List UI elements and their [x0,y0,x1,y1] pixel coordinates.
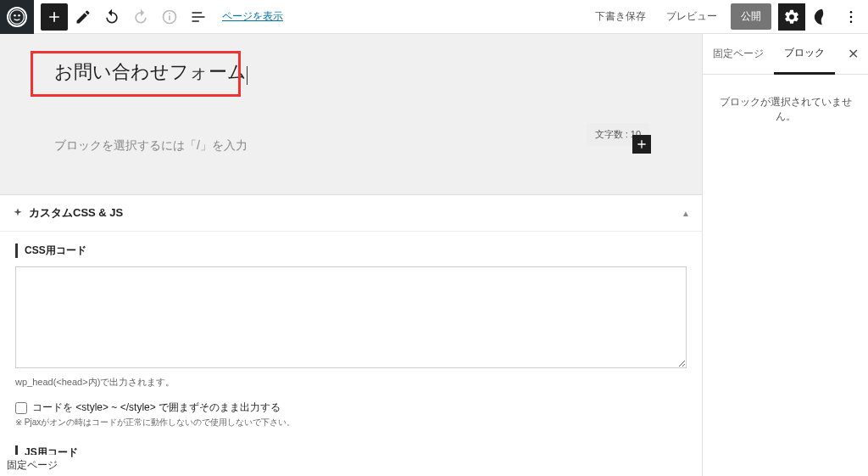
brush-icon [12,207,24,219]
tab-block[interactable]: ブロック [774,34,835,75]
outline-button[interactable] [185,3,212,31]
preview-button[interactable]: プレビュー [659,4,724,29]
view-page-link[interactable]: ページを表示 [222,9,283,24]
redo-button[interactable] [127,3,154,31]
svg-point-6 [850,10,853,12]
css-raw-output-row: コードを <style> ~ </style> で囲まずそのまま出力する [15,400,687,415]
css-code-label: CSS用コード [15,244,687,258]
metabox-title: カスタムCSS & JS [29,205,123,221]
block-placeholder-text: ブロックを選択するには「/」を入力 [54,138,248,152]
info-button[interactable] [156,3,183,31]
site-logo[interactable] [0,0,34,34]
metabox-body: CSS用コード wp_head(<head>内)で出力されます。 コードを <s… [0,232,702,476]
svg-point-0 [10,9,25,24]
publish-button[interactable]: 公開 [731,3,771,30]
svg-rect-5 [169,13,170,14]
settings-sidebar: 固定ページ ブロック ✕ ブロックが選択されていません。 [702,34,868,476]
page-title-area: お問い合わせフォーム [54,59,648,85]
add-block-button[interactable] [41,3,68,31]
more-menu-button[interactable] [839,3,863,31]
block-placeholder[interactable]: ブロックを選択するには「/」を入力 [54,132,648,160]
svg-point-7 [850,15,853,18]
monkey-icon [8,8,25,25]
no-block-selected-message: ブロックが選択されていません。 [703,75,868,144]
css-raw-output-checkbox[interactable] [15,402,27,414]
toolbar-right: 下書き保存 プレビュー 公開 [588,3,868,31]
js-code-label: JS用コード [15,445,687,460]
jetpack-icon[interactable] [812,7,832,27]
save-draft-button[interactable]: 下書き保存 [588,4,653,29]
svg-rect-4 [169,15,170,20]
editor-canvas: お問い合わせフォーム 文字数 : 10 ブロックを選択するには「/」を入力 カス… [0,34,702,476]
workspace: お問い合わせフォーム 文字数 : 10 ブロックを選択するには「/」を入力 カス… [0,34,868,476]
svg-point-2 [18,14,20,16]
css-code-textarea[interactable] [15,266,687,368]
css-raw-output-label: コードを <style> ~ </style> で囲まずそのまま出力する [32,400,281,415]
inline-add-block-button[interactable] [632,135,651,154]
custom-css-js-metabox: カスタムCSS & JS ▲ CSS用コード wp_head(<head>内)で… [0,194,702,476]
css-pjax-note: ※ Pjaxがオンの時はコードが正常に動作しないので使用しないで下さい。 [15,417,687,428]
metabox-collapse-icon[interactable]: ▲ [682,209,690,218]
sidebar-tabs: 固定ページ ブロック ✕ [703,34,868,75]
page-title-input[interactable]: お問い合わせフォーム [54,61,247,82]
edit-mode-button[interactable] [70,3,97,31]
sidebar-close-button[interactable]: ✕ [837,34,868,74]
metabox-header[interactable]: カスタムCSS & JS ▲ [0,195,702,232]
tab-page[interactable]: 固定ページ [703,34,774,74]
svg-point-8 [850,20,853,23]
settings-button[interactable] [778,3,805,31]
undo-button[interactable] [98,3,125,31]
breadcrumb[interactable]: 固定ページ [0,455,64,476]
svg-point-1 [14,14,16,16]
toolbar-left [41,3,212,31]
editor-topbar: ページを表示 下書き保存 プレビュー 公開 [0,0,868,34]
css-help-text: wp_head(<head>内)で出力されます。 [15,376,687,389]
